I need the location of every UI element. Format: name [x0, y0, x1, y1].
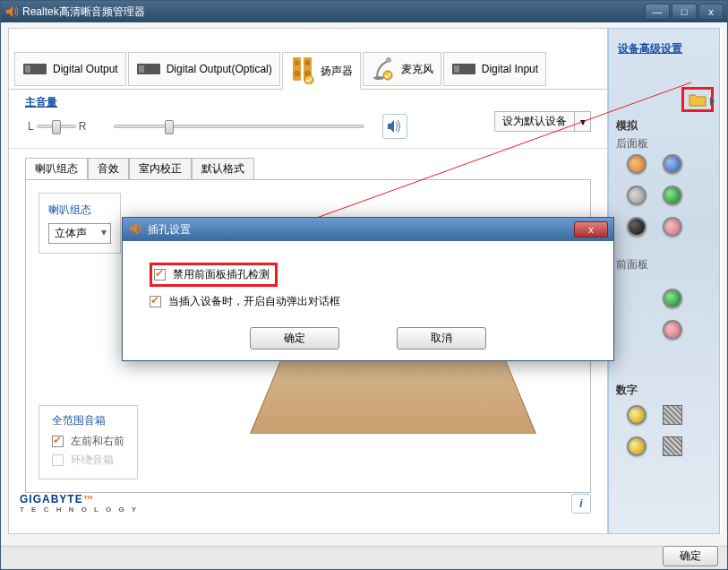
option-disable-front-detect-row: 禁用前面板插孔检测 — [150, 263, 595, 287]
checkbox-surround-row: 环绕音箱 — [52, 453, 124, 468]
svg-point-7 — [304, 60, 310, 65]
titlebar: Realtek高清晰音频管理器 — □ x — [1, 1, 727, 22]
balance-control: L R — [25, 120, 89, 133]
connector-settings-button[interactable] — [681, 87, 714, 112]
dialog-buttons: 确定 取消 — [123, 324, 613, 360]
dialog-title: 插孔设置 — [148, 222, 574, 238]
advanced-settings-link[interactable]: 设备高级设置 — [618, 41, 682, 56]
digital-label: 数字 — [616, 383, 638, 398]
checkbox-surround — [52, 454, 64, 466]
balance-r-label: R — [79, 120, 87, 133]
tab-label: Digital Output — [53, 63, 118, 75]
speaker-config-header: 喇叭组态 — [48, 203, 111, 218]
checkbox-front-lr[interactable] — [52, 436, 64, 447]
speaker-config-combo[interactable]: 立体声 — [48, 223, 111, 244]
window-title: Realtek高清晰音频管理器 — [22, 4, 643, 20]
back-panel-label: 后面板 — [616, 136, 648, 151]
front-panel-label: 前面板 — [616, 257, 648, 272]
subtab-config[interactable]: 喇叭组态 — [25, 158, 88, 179]
svg-point-11 — [386, 57, 391, 63]
dialog-close-button[interactable]: x — [574, 221, 608, 238]
svg-point-8 — [294, 71, 300, 77]
spdif-out-optical[interactable] — [663, 405, 682, 425]
brand-tagline: T E C H N O L O G Y — [20, 505, 139, 514]
svg-rect-3 — [139, 65, 144, 73]
main-volume-slider[interactable] — [114, 125, 364, 128]
checkbox-front-lr-label: 左前和右前 — [71, 435, 124, 447]
option-disable-front-detect-label: 禁用前面板插孔检测 — [173, 268, 270, 281]
checkbox-surround-label: 环绕音箱 — [71, 453, 114, 466]
chevron-down-icon — [710, 97, 715, 106]
device-tabs: Digital Output Digital Output(Optical) 扬… — [9, 29, 607, 90]
dialog-cancel-button[interactable]: 取消 — [397, 327, 486, 350]
subtab-room[interactable]: 室内校正 — [129, 158, 192, 179]
spdif-in-optical[interactable] — [663, 436, 682, 456]
tab-label: Digital Input — [482, 63, 538, 75]
full-range-box: 全范围音箱 左前和右前 环绕音箱 — [39, 405, 138, 479]
speaker-config-value: 立体声 — [55, 227, 87, 239]
right-panel: 设备高级设置 模拟 后面板 前面板 数字 — [608, 28, 720, 534]
jack-back-green[interactable] — [663, 186, 682, 205]
checkbox-disable-front-detect[interactable] — [154, 269, 166, 281]
tab-digital-input[interactable]: Digital Input — [443, 52, 546, 86]
dialog-titlebar: 插孔设置 x — [123, 218, 613, 241]
device-icon — [22, 56, 47, 82]
checkbox-auto-popup[interactable] — [150, 296, 161, 307]
jack-back-black[interactable] — [627, 217, 647, 237]
connector-settings-dialog: 插孔设置 x 禁用前面板插孔检测 当插入设备时，开启自动弹出对话框 确定 取消 — [122, 217, 614, 361]
default-device-button[interactable]: 设为默认设备 — [494, 111, 575, 132]
tab-label: 麦克风 — [401, 62, 433, 77]
dialog-body: 禁用前面板插孔检测 当插入设备时，开启自动弹出对话框 — [123, 241, 613, 324]
speaker-config-box: 喇叭组态 立体声 — [39, 193, 121, 254]
checkbox-front-lr-row: 左前和右前 — [52, 434, 124, 449]
jack-back-gray[interactable] — [627, 186, 647, 205]
tab-digital-output-optical[interactable]: Digital Output(Optical) — [128, 52, 280, 86]
maximize-button[interactable]: □ — [672, 4, 697, 20]
window-close-button[interactable]: x — [698, 4, 724, 20]
tab-label: Digital Output(Optical) — [167, 63, 272, 75]
main-ok-button[interactable]: 确定 — [663, 546, 718, 566]
analog-label: 模拟 — [616, 118, 638, 134]
jack-back-blue[interactable] — [663, 154, 682, 174]
default-device-dropdown: 设为默认设备 ▾ — [494, 111, 591, 132]
speaker-icon — [4, 4, 19, 19]
option-auto-popup-label: 当插入设备时，开启自动弹出对话框 — [168, 295, 340, 307]
main-volume-area: 主音量 L R 设为默认设备 ▾ — [9, 90, 607, 149]
svg-rect-15 — [454, 65, 459, 73]
default-device-arrow[interactable]: ▾ — [575, 111, 591, 132]
jack-front-green[interactable] — [663, 289, 682, 308]
svg-rect-1 — [25, 65, 30, 73]
device-icon — [136, 56, 161, 82]
annotation-highlight: 禁用前面板插孔检测 — [150, 263, 278, 287]
spdif-in-coax[interactable] — [627, 436, 647, 456]
tab-label: 扬声器 — [321, 64, 353, 79]
tab-digital-output[interactable]: Digital Output — [14, 52, 126, 86]
speaker-icon — [128, 220, 144, 239]
speakers-icon — [290, 58, 315, 83]
brand-logo: GIGABYTE™ T E C H N O L O G Y — [20, 490, 139, 514]
option-auto-popup-row: 当插入设备时，开启自动弹出对话框 — [150, 294, 595, 309]
balance-slider[interactable] — [37, 125, 76, 128]
device-icon — [451, 56, 476, 82]
spdif-out-coax[interactable] — [627, 405, 647, 425]
tab-speakers[interactable]: 扬声器 — [282, 52, 361, 90]
subtab-format[interactable]: 默认格式 — [192, 158, 254, 179]
jack-back-pink2[interactable] — [663, 217, 682, 237]
full-range-header: 全范围音箱 — [52, 413, 124, 428]
bottom-bar: 确定 — [1, 546, 727, 569]
subtab-effect[interactable]: 音效 — [88, 158, 129, 179]
microphone-icon — [371, 56, 396, 82]
dialog-ok-button[interactable]: 确定 — [250, 327, 339, 350]
tab-microphone[interactable]: 麦克风 — [363, 52, 441, 86]
jack-front-pink[interactable] — [663, 320, 682, 340]
balance-l-label: L — [28, 120, 34, 133]
sub-tabs: 喇叭组态 音效 室内校正 默认格式 — [25, 158, 607, 179]
info-button[interactable]: i — [571, 494, 591, 514]
main-volume-label: 主音量 — [25, 95, 57, 110]
brand-name: GIGABYTE — [20, 493, 83, 505]
jack-back-orange[interactable] — [627, 154, 647, 174]
svg-point-12 — [373, 76, 384, 80]
svg-point-6 — [294, 60, 299, 65]
mute-button[interactable] — [382, 114, 407, 139]
minimize-button[interactable]: — — [645, 4, 670, 20]
